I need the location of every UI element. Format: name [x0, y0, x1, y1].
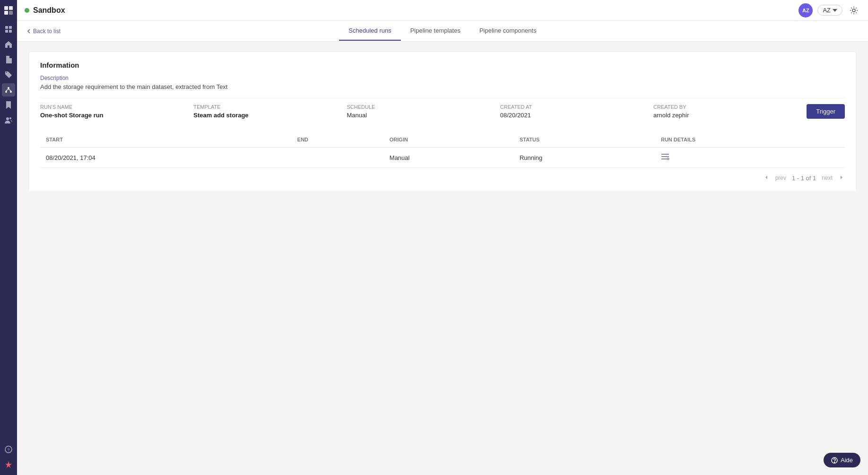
run-details-icon[interactable] — [661, 153, 669, 161]
sidebar-icon-help[interactable]: ? — [2, 443, 15, 456]
col-origin: ORIGIN — [384, 132, 514, 148]
main-area: Sandbox AZ AZ Back to lis — [17, 0, 868, 475]
svg-point-21 — [667, 158, 669, 160]
status-dot — [25, 8, 29, 13]
svg-point-14 — [9, 117, 11, 119]
template-label: Template — [193, 104, 347, 110]
content-card: Information Description Add the storage … — [28, 51, 857, 192]
pagination: prev 1 - 1 of 1 next — [40, 174, 845, 182]
col-status: STATUS — [514, 132, 655, 148]
settings-icon[interactable] — [847, 4, 860, 17]
next-button[interactable] — [838, 174, 845, 182]
svg-point-13 — [6, 117, 9, 120]
back-arrow-icon — [26, 29, 31, 34]
svg-rect-1 — [9, 6, 13, 10]
svg-point-9 — [5, 91, 7, 93]
svg-point-10 — [10, 91, 12, 93]
svg-rect-5 — [9, 26, 12, 29]
cell-status: Running — [514, 148, 655, 168]
prev-chevron-icon — [765, 175, 768, 180]
created-at-value: 08/20/2021 — [500, 112, 653, 119]
cell-origin: Manual — [384, 148, 514, 168]
topbar-right: AZ AZ — [799, 3, 860, 18]
meta-col-schedule: Schedule Manual — [347, 104, 500, 119]
tab-pipeline-templates[interactable]: Pipeline templates — [401, 21, 470, 41]
content: Information Description Add the storage … — [17, 42, 868, 475]
sidebar-icon-tag[interactable] — [2, 68, 15, 81]
sidebar-icon-star[interactable] — [2, 458, 15, 471]
prev-button[interactable] — [763, 174, 770, 182]
back-link[interactable]: Back to list — [26, 28, 61, 35]
page-count: 1 - 1 of 1 — [792, 175, 816, 182]
schedule-value: Manual — [347, 112, 500, 119]
svg-rect-3 — [9, 11, 13, 15]
avatar[interactable]: AZ — [799, 3, 813, 18]
svg-rect-6 — [5, 30, 8, 33]
cell-start: 08/20/2021, 17:04 — [40, 148, 292, 168]
aide-icon — [831, 457, 838, 464]
next-chevron-icon — [840, 175, 843, 180]
run-name-value: One-shot Storage run — [40, 112, 193, 119]
svg-point-8 — [8, 87, 9, 89]
svg-rect-7 — [9, 30, 12, 33]
sidebar-icon-file[interactable] — [2, 53, 15, 66]
topbar-title: Sandbox — [25, 6, 65, 15]
topbar: Sandbox AZ AZ — [17, 0, 868, 21]
created-by-label: Created by — [653, 104, 807, 110]
col-start: START — [40, 132, 292, 148]
app-title: Sandbox — [33, 6, 65, 15]
next-label[interactable]: next — [820, 174, 834, 182]
description-text: Add the storage requirement to the main … — [40, 83, 845, 90]
prev-label[interactable]: prev — [773, 174, 788, 182]
created-by-value: arnold zephir — [653, 112, 807, 119]
sidebar-icon-grid[interactable] — [2, 23, 15, 36]
cell-end — [292, 148, 384, 168]
information-section: Information Description Add the storage … — [40, 61, 845, 124]
sidebar-icon-users[interactable] — [2, 114, 15, 127]
svg-rect-0 — [4, 6, 8, 10]
trigger-button[interactable]: Trigger — [807, 104, 845, 119]
col-run-details: RUN DETAILS — [655, 132, 845, 148]
svg-line-12 — [9, 89, 11, 91]
meta-col-created-by: Created by arnold zephir — [653, 104, 807, 119]
cell-run-details[interactable] — [655, 148, 845, 168]
info-title: Information — [40, 61, 845, 69]
tab-nav: Scheduled runs Pipeline templates Pipeli… — [26, 21, 859, 41]
svg-point-17 — [852, 9, 855, 12]
sidebar-logo[interactable] — [2, 4, 15, 17]
template-value: Steam add storage — [193, 112, 347, 119]
table-row: 08/20/2021, 17:04 Manual Running — [40, 148, 845, 168]
run-name-label: Run's name — [40, 104, 193, 110]
schedule-label: Schedule — [347, 104, 500, 110]
col-end: END — [292, 132, 384, 148]
tab-pipeline-components[interactable]: Pipeline components — [470, 21, 546, 41]
description-label: Description — [40, 75, 845, 81]
sub-header: Back to list Scheduled runs Pipeline tem… — [17, 21, 868, 42]
sidebar: ? — [0, 0, 17, 475]
meta-col-template: Template Steam add storage — [193, 104, 347, 119]
svg-line-11 — [6, 89, 9, 91]
sidebar-icon-home[interactable] — [2, 38, 15, 51]
tab-scheduled-runs[interactable]: Scheduled runs — [339, 21, 400, 41]
created-at-label: Created at — [500, 104, 653, 110]
user-button[interactable]: AZ — [817, 5, 842, 16]
sidebar-bottom: ? — [2, 443, 15, 471]
svg-rect-4 — [5, 26, 8, 29]
aide-button[interactable]: Aide — [824, 453, 860, 467]
svg-text:?: ? — [7, 448, 9, 452]
meta-col-created-at: Created at 08/20/2021 — [500, 104, 653, 119]
meta-col-run-name: Run's name One-shot Storage run — [40, 104, 193, 119]
svg-point-23 — [834, 462, 834, 462]
svg-rect-2 — [4, 11, 8, 15]
meta-row: Run's name One-shot Storage run Template… — [40, 98, 845, 124]
sidebar-icon-bookmark[interactable] — [2, 98, 15, 112]
chevron-down-icon — [833, 9, 837, 12]
runs-table: START END ORIGIN STATUS RUN DETAILS 08/2… — [40, 132, 845, 168]
sidebar-icon-network[interactable] — [2, 83, 15, 97]
